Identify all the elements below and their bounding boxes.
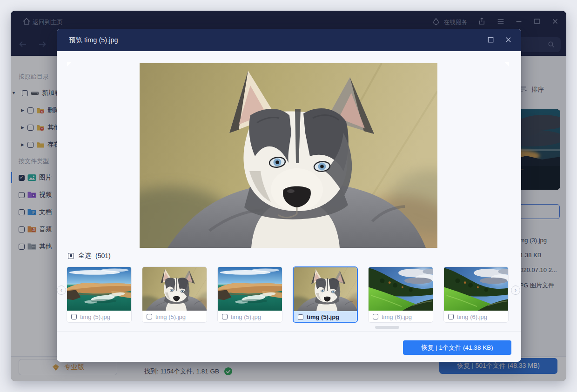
select-all-label: 全选 [78,252,91,260]
thumbnail-card[interactable]: timg (5).jpg [217,266,282,323]
thumbnail-filename: timg (5).jpg [307,313,339,320]
thumbnail-checkbox[interactable] [147,314,152,319]
thumbnail-filename: timg (5).jpg [231,313,261,320]
thumbnail-card[interactable]: timg (6).jpg [443,266,509,323]
preview-modal: 预览 timg (5).jpg 全选 (501) ‹ › timg (5).jp… [57,29,521,362]
thumbnail-card[interactable]: timg (5).jpg [67,266,132,323]
thumbnail-image-hill [444,267,508,311]
thumbnail-card[interactable]: timg (5).jpg [142,266,207,323]
thumbnail-image-husky [142,267,207,311]
thumbnail-checkbox[interactable] [71,314,77,319]
thumbnail-checkbox[interactable] [448,314,454,319]
modal-footer-divider [57,331,521,332]
select-all-control[interactable]: 全选 (501) [68,252,111,260]
modal-close-icon[interactable] [505,36,512,45]
modal-maximize-icon[interactable] [487,36,494,45]
thumbnail-filename: timg (6).jpg [382,313,412,320]
thumbnail-filename: timg (5).jpg [155,313,186,320]
carousel-prev-icon[interactable]: ‹ [57,286,66,295]
thumbnail-image-hill [369,267,433,311]
carousel-next-icon[interactable]: › [511,286,520,295]
preview-corner-mark-right [505,62,509,66]
select-all-count: (501) [95,252,111,259]
modal-header: 预览 timg (5).jpg [57,29,521,51]
thumbnail-image-coast [67,267,131,311]
thumbnail-filename: timg (6).jpg [457,313,487,320]
thumbnail-checkbox[interactable] [373,314,378,319]
thumbnail-card[interactable]: timg (6).jpg [368,266,433,323]
preview-corner-mark-left [67,62,71,66]
modal-title: 预览 timg (5).jpg [69,36,118,45]
select-all-checkbox[interactable] [68,253,74,259]
thumbnail-card-selected[interactable]: timg (5).jpg [293,266,358,323]
recover-selected-button[interactable]: 恢复 | 1个文件 (41.38 KB) [403,340,511,355]
thumbnail-image-husky [294,267,357,311]
preview-image [140,63,437,248]
thumbnail-scrollbar[interactable] [375,326,399,329]
thumbnail-image-coast [218,267,282,311]
thumbnail-checkbox[interactable] [298,314,303,320]
thumbnail-filename: timg (5).jpg [80,313,110,320]
thumbnail-checkbox[interactable] [222,314,228,319]
